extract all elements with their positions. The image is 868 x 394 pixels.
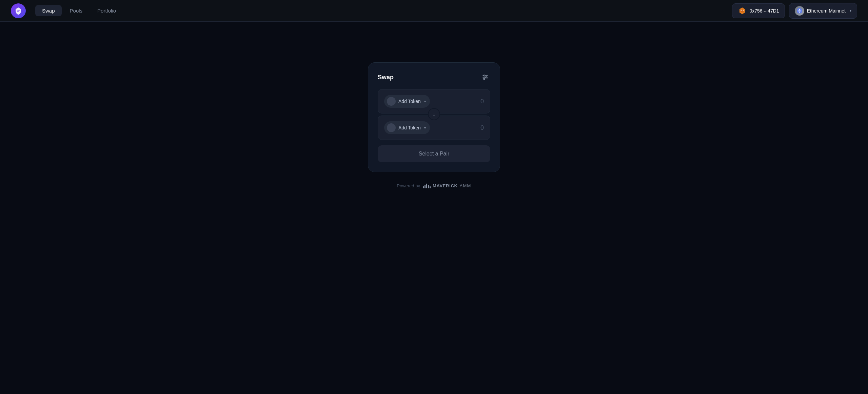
settings-icon bbox=[481, 74, 489, 81]
svg-point-12 bbox=[484, 78, 485, 80]
chart-bar-3 bbox=[426, 184, 427, 188]
chart-bar-2 bbox=[425, 185, 426, 188]
chart-bar-5 bbox=[430, 186, 431, 188]
to-token-icon bbox=[387, 123, 396, 132]
maverick-logo: maverick AMM bbox=[423, 183, 471, 188]
navbar: Swap Pools Portfolio 0x756····47D1 bbox=[0, 0, 868, 22]
swap-card-header: Swap bbox=[378, 72, 490, 82]
nav-right: 0x756····47D1 Ethereum Mainnet ▾ bbox=[732, 3, 857, 19]
select-pair-button[interactable]: Select a Pair bbox=[378, 145, 490, 162]
from-token-selector[interactable]: Add Token ▾ bbox=[384, 95, 430, 108]
powered-by-text: Powered by bbox=[397, 183, 420, 188]
swap-card: Swap Add Token ▾ 0 bbox=[368, 62, 500, 172]
network-avatar bbox=[795, 6, 804, 16]
swap-card-title: Swap bbox=[378, 74, 394, 81]
wallet-address: 0x756····47D1 bbox=[749, 8, 779, 14]
settings-button[interactable] bbox=[480, 72, 490, 82]
to-token-label: Add Token bbox=[398, 125, 421, 130]
nav-links: Swap Pools Portfolio bbox=[35, 5, 732, 16]
from-token-amount: 0 bbox=[480, 98, 484, 105]
app-logo[interactable] bbox=[11, 3, 26, 18]
amm-text: AMM bbox=[460, 183, 471, 188]
chart-bar-1 bbox=[423, 186, 424, 188]
wallet-button[interactable]: 0x756····47D1 bbox=[732, 3, 785, 18]
from-token-chevron-icon: ▾ bbox=[424, 100, 426, 103]
from-token-icon bbox=[387, 97, 396, 106]
to-token-selector[interactable]: Add Token ▾ bbox=[384, 121, 430, 134]
maverick-brand-text: maverick bbox=[433, 183, 458, 188]
arrow-down-icon: ↓ bbox=[433, 111, 435, 117]
network-name: Ethereum Mainnet bbox=[807, 8, 846, 14]
maverick-chart-icon bbox=[423, 183, 431, 188]
powered-by-footer: Powered by maverick AMM bbox=[397, 183, 471, 188]
to-token-chevron-icon: ▾ bbox=[424, 126, 426, 130]
chart-bar-4 bbox=[428, 185, 429, 188]
network-button[interactable]: Ethereum Mainnet ▾ bbox=[789, 3, 857, 19]
to-token-amount: 0 bbox=[480, 124, 484, 131]
swap-direction-button[interactable]: ↓ bbox=[428, 108, 440, 120]
svg-point-10 bbox=[484, 75, 485, 76]
svg-point-5 bbox=[743, 9, 744, 11]
wallet-icon bbox=[738, 6, 747, 15]
main-content: Swap Add Token ▾ 0 bbox=[0, 22, 868, 188]
nav-pools[interactable]: Pools bbox=[63, 5, 90, 16]
network-chevron-icon: ▾ bbox=[850, 9, 851, 13]
nav-swap[interactable]: Swap bbox=[35, 5, 62, 16]
svg-point-4 bbox=[741, 9, 742, 11]
svg-point-11 bbox=[486, 77, 487, 78]
from-token-label: Add Token bbox=[398, 99, 421, 104]
nav-portfolio[interactable]: Portfolio bbox=[91, 5, 123, 16]
